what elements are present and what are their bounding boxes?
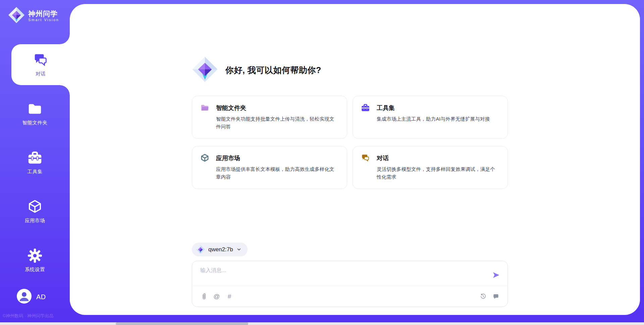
sidebar-nav: 对话 智能文件夹 工具集 [0,44,70,281]
folder-icon [27,101,43,117]
chat-icon [33,52,48,68]
greeting: 你好, 我可以如何帮助你? [192,56,508,84]
history-icon[interactable] [479,293,487,300]
sidebar-item-toolbox[interactable]: 工具集 [0,142,70,183]
user-profile[interactable]: AD [17,289,70,305]
model-selector[interactable]: qwen2:7b [192,243,248,256]
sidebar-item-label: 工具集 [28,169,43,175]
cube-icon [200,153,209,162]
card-title: 工具集 [377,104,395,112]
card-description: 集成市场上主流工具，助力AI与外界无缝扩展与对接 [377,115,499,123]
card-app-market[interactable]: 应用市场 应用市场提供丰富长文本模板，助力高效生成多样化文章内容 [192,146,347,189]
main-content: 你好, 我可以如何帮助你? 智能文件夹 智能文件夹功能支持批量文件上传与清洗，轻… [70,4,640,315]
send-icon[interactable] [492,271,500,279]
sidebar-item-label: 应用市场 [25,217,45,224]
chevron-down-icon [236,247,241,252]
card-description: 智能文件夹功能支持批量文件上传与清洗，轻松实现文件问答 [216,115,339,131]
toolbox-icon [27,150,43,166]
paperclip-icon[interactable] [200,293,208,300]
diamond-logo-icon [196,245,205,254]
brand-text: 神州问学 Smart Vision [28,10,59,22]
message-input-box: @ # [192,261,508,307]
feature-cards: 智能文件夹 智能文件夹功能支持批量文件上传与清洗，轻松实现文件问答 [192,96,508,189]
diamond-logo-icon [8,7,25,25]
horizontal-scrollbar[interactable] [0,322,644,325]
hash-icon[interactable]: # [226,293,233,300]
sidebar-item-label: 对话 [36,71,46,77]
card-description: 灵活切换多模型文件，支持多样回复效果调试，满足个性化需求 [377,166,499,181]
brand: 神州问学 Smart Vision [0,0,70,25]
card-toolset[interactable]: 工具集 集成市场上主流工具，助力AI与外界无缝扩展与对接 [353,96,508,139]
brand-subtitle: Smart Vision [28,18,59,22]
diamond-logo-icon [192,56,218,84]
message-input[interactable] [200,264,488,286]
at-icon[interactable]: @ [213,293,220,300]
card-chat[interactable]: 对话 灵活切换多模型文件，支持多样回复效果调试，满足个性化需求 [353,146,508,189]
sidebar-item-smart-folder[interactable]: 智能文件夹 [0,93,70,134]
sidebar-item-label: 智能文件夹 [22,120,48,126]
card-smart-folder[interactable]: 智能文件夹 智能文件夹功能支持批量文件上传与清洗，轻松实现文件问答 [192,96,347,139]
composer: qwen2:7b @ [192,243,508,307]
card-title: 智能文件夹 [216,104,246,112]
sidebar-item-chat[interactable]: 对话 [11,44,70,85]
card-description: 应用市场提供丰富长文本模板，助力高效生成多样化文章内容 [216,166,339,181]
person-icon [17,289,32,305]
model-name: qwen2:7b [208,246,233,253]
greeting-text: 你好, 我可以如何帮助你? [225,65,321,76]
copyright-text: ©神州数码 · 神州问学出品 [3,313,70,319]
sidebar-item-settings[interactable]: 系统设置 [0,240,70,281]
chat-bubble-icon[interactable] [492,293,499,300]
toolbox-icon [361,103,370,112]
sidebar-item-app-market[interactable]: 应用市场 [0,191,70,232]
card-title: 对话 [377,154,389,162]
chat-icon [361,153,370,162]
sidebar: 神州问学 Smart Vision 对话 智能文件夹 [0,0,70,325]
scrollbar-thumb[interactable] [116,322,248,325]
user-initials: AD [36,293,46,301]
composer-toolbar: @ # [193,286,507,307]
card-title: 应用市场 [216,154,240,162]
folder-icon [200,103,209,112]
brand-title: 神州问学 [28,10,59,18]
cube-icon [27,199,43,214]
gear-icon [27,248,43,263]
sidebar-item-label: 系统设置 [25,266,45,273]
